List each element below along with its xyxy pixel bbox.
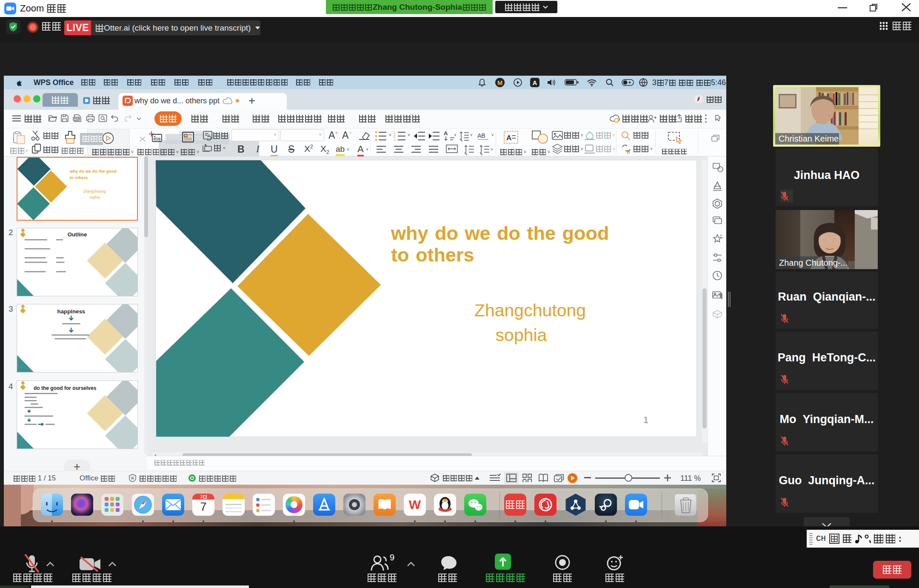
svg-text:PDF: PDF	[74, 117, 80, 120]
svg-text:Zhangchutong: Zhangchutong	[83, 190, 106, 193]
svg-text:happiness: happiness	[57, 308, 86, 315]
svg-text:to others: to others	[70, 175, 88, 180]
svg-text:AB: AB	[477, 132, 485, 139]
svg-text:A: A	[506, 134, 511, 142]
svg-text:why do we do the good: why do we do the good	[69, 169, 117, 173]
svg-text:B: B	[627, 149, 630, 153]
svg-text:sophia: sophia	[89, 196, 100, 199]
svg-text:Outline: Outline	[68, 231, 87, 238]
svg-text:3: 3	[394, 138, 396, 141]
svg-text:do the good for ourselves: do the good for ourselves	[34, 385, 97, 391]
svg-text:A: A	[444, 130, 448, 136]
